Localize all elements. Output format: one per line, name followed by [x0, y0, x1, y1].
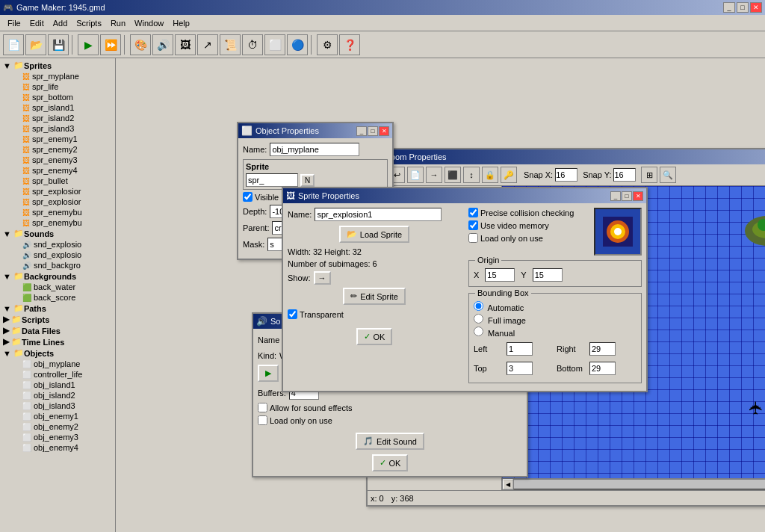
- menu-edit[interactable]: Edit: [25, 17, 49, 29]
- menu-help[interactable]: Help: [168, 17, 194, 29]
- run-debug-button[interactable]: ⏩: [100, 34, 121, 55]
- game-settings-button[interactable]: ⚙: [317, 34, 338, 55]
- tree-item-controller_life[interactable]: ⬜controller_life: [10, 369, 114, 380]
- menu-run[interactable]: Run: [106, 17, 130, 29]
- tree-scripts-header[interactable]: ▶ 📁 Scripts: [1, 314, 114, 325]
- tree-item-obj_enemy4[interactable]: ⬜obj_enemy4: [10, 442, 114, 453]
- room-tool2-button[interactable]: →: [426, 167, 442, 183]
- open-button[interactable]: 📂: [25, 34, 46, 55]
- run-button[interactable]: ▶: [78, 34, 99, 55]
- sound-ok-button[interactable]: ✓ OK: [372, 454, 409, 471]
- sprite-maximize-button[interactable]: □: [622, 191, 632, 201]
- tree-item-obj_enemy1[interactable]: ⬜obj_enemy1: [10, 411, 114, 421]
- automatic-radio-label[interactable]: Automatic: [474, 301, 637, 312]
- tree-item-snd_explosio2[interactable]: 🔊snd_explosio: [10, 250, 114, 260]
- precise-collision-checkbox[interactable]: [468, 208, 478, 217]
- tree-paths-header[interactable]: ▼ 📁 Paths: [1, 303, 114, 314]
- sprite-close-button[interactable]: ✕: [633, 191, 643, 201]
- menu-add[interactable]: Add: [49, 17, 72, 29]
- tree-item-spr_island3[interactable]: 🖼spr_island3: [10, 123, 114, 134]
- obj-minimize-button[interactable]: _: [356, 126, 367, 136]
- new-button[interactable]: 📄: [3, 34, 24, 55]
- use-video-memory-checkbox[interactable]: [468, 220, 478, 230]
- left-input[interactable]: [507, 342, 533, 356]
- obj-maximize-button[interactable]: □: [368, 126, 378, 136]
- room-scrollbar-h[interactable]: ◀ ▶: [502, 478, 765, 490]
- obj-sprite-edit-button[interactable]: N: [300, 174, 315, 187]
- show-next-button[interactable]: →: [314, 271, 331, 285]
- add-sprite-button[interactable]: 🎨: [130, 34, 151, 55]
- add-sound-button[interactable]: 🔊: [152, 34, 173, 55]
- tree-item-obj_enemy3[interactable]: ⬜obj_enemy3: [10, 432, 114, 442]
- tree-item-spr_enemybu1[interactable]: 🖼spr_enemybu: [10, 207, 114, 217]
- tree-item-back_score[interactable]: 🟩back_score: [10, 292, 114, 303]
- room-properties-title-bar[interactable]: 🏠 Room Properties _ □ ✕: [368, 149, 765, 164]
- add-object-button[interactable]: ⬜: [264, 34, 285, 55]
- full-image-radio[interactable]: [474, 314, 483, 324]
- snap-y-input[interactable]: [613, 168, 636, 182]
- manual-radio-label[interactable]: Manual: [474, 327, 637, 338]
- load-only-checkbox[interactable]: [468, 233, 478, 243]
- add-bg-button[interactable]: 🖼: [175, 34, 196, 55]
- help-button[interactable]: ❓: [339, 34, 360, 55]
- manual-radio[interactable]: [474, 327, 483, 336]
- obj-name-input[interactable]: [270, 143, 359, 156]
- sprite-minimize-button[interactable]: _: [610, 191, 621, 201]
- tree-item-spr_myplane[interactable]: 🖼spr_myplane: [10, 71, 114, 81]
- tree-item-spr_explosion2[interactable]: 🖼spr_explosior: [10, 197, 114, 207]
- tree-item-spr_enemy1[interactable]: 🖼spr_enemy1: [10, 134, 114, 144]
- room-tool3-button[interactable]: ⬛: [445, 167, 461, 183]
- add-script-button[interactable]: 📜: [220, 34, 241, 55]
- menu-scripts[interactable]: Scripts: [72, 17, 106, 29]
- right-input[interactable]: [589, 342, 616, 356]
- tree-item-spr_explosion1[interactable]: 🖼spr_explosior: [10, 186, 114, 197]
- menu-window[interactable]: Window: [130, 17, 168, 29]
- load-sprite-button[interactable]: 📂 Load Sprite: [339, 226, 409, 243]
- tree-item-spr_life[interactable]: 🖼spr_life: [10, 81, 114, 92]
- tree-item-spr_enemy3[interactable]: 🖼spr_enemy3: [10, 155, 114, 165]
- snap-x-input[interactable]: [555, 168, 577, 182]
- full-image-radio-label[interactable]: Full image: [474, 314, 637, 325]
- minimize-button[interactable]: _: [723, 2, 735, 13]
- tree-datafiles-header[interactable]: ▶ 📁 Data Files: [1, 325, 114, 336]
- room-tool1-button[interactable]: 📄: [407, 167, 424, 183]
- tree-item-obj_myplane[interactable]: ⬜obj_myplane: [10, 359, 114, 369]
- obj-close-button[interactable]: ✕: [379, 126, 389, 136]
- scroll-left-button[interactable]: ◀: [503, 479, 513, 489]
- obj-visible-checkbox[interactable]: [243, 192, 253, 202]
- menu-file[interactable]: File: [3, 17, 25, 29]
- room-tool6-button[interactable]: 🔑: [501, 167, 517, 183]
- tree-item-spr_enemybu2[interactable]: 🖼spr_enemybu: [10, 217, 114, 228]
- tree-item-back_water[interactable]: 🟩back_water: [10, 282, 114, 292]
- tree-item-obj_enemy2[interactable]: ⬜obj_enemy2: [10, 421, 114, 432]
- obj-sprite-input[interactable]: [246, 173, 298, 187]
- tree-timelines-header[interactable]: ▶ 📁 Time Lines: [1, 336, 114, 347]
- tree-item-snd_explosio1[interactable]: 🔊snd_explosio: [10, 239, 114, 250]
- tree-item-spr_island2[interactable]: 🖼spr_island2: [10, 113, 114, 123]
- save-button[interactable]: 💾: [48, 34, 69, 55]
- scroll-h-thumb[interactable]: [513, 479, 765, 489]
- add-timeline-button[interactable]: ⏱: [242, 34, 263, 55]
- room-settings-button[interactable]: 🔍: [660, 167, 676, 183]
- tree-item-snd_backgro[interactable]: 🔊snd_backgro: [10, 260, 114, 270]
- tree-item-spr_bottom[interactable]: 🖼spr_bottom: [10, 92, 114, 102]
- tree-item-spr_enemy2[interactable]: 🖼spr_enemy2: [10, 144, 114, 155]
- edit-sound-button[interactable]: 🎵 Edit Sound: [356, 433, 424, 450]
- add-path-button[interactable]: ↗: [197, 34, 218, 55]
- edit-sprite-button[interactable]: ✏ Edit Sprite: [343, 288, 406, 305]
- object-properties-title-bar[interactable]: ⬜ Object Properties _ □ ✕: [238, 123, 392, 138]
- room-tool5-button[interactable]: 🔒: [482, 167, 498, 183]
- tree-item-spr_island1[interactable]: 🖼spr_island1: [10, 102, 114, 113]
- sprite-ok-button[interactable]: ✓ OK: [356, 328, 393, 345]
- tree-item-obj_island1[interactable]: ⬜obj_island1: [10, 380, 114, 390]
- sound-play-button[interactable]: ▶: [258, 365, 279, 382]
- tree-item-spr_enemy4[interactable]: 🖼spr_enemy4: [10, 165, 114, 176]
- tree-bgs-header[interactable]: ▼ 📁 Backgrounds: [1, 270, 114, 282]
- room-tool4-button[interactable]: ↕: [463, 167, 480, 183]
- bottom-input[interactable]: [589, 362, 616, 375]
- automatic-radio[interactable]: [474, 301, 483, 311]
- room-grid-button[interactable]: ⊞: [641, 167, 657, 183]
- sound-load-only-checkbox[interactable]: [258, 415, 267, 425]
- tree-item-obj_island2[interactable]: ⬜obj_island2: [10, 390, 114, 400]
- origin-x-input[interactable]: [485, 268, 515, 282]
